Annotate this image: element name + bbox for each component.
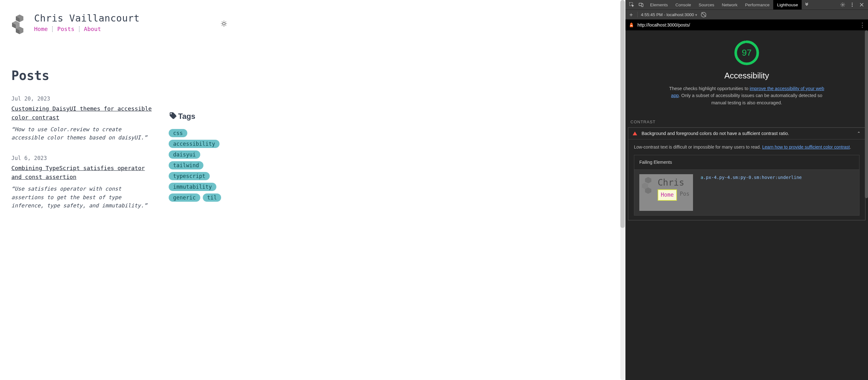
clear-report-icon[interactable] (701, 12, 706, 18)
more-tabs-icon[interactable] (802, 0, 811, 9)
svg-marker-19 (645, 177, 651, 183)
post-excerpt: “Use satisfies operator with const asser… (11, 185, 155, 210)
tags-heading-text: Tags (178, 112, 195, 121)
devtools-pane: ElementsConsoleSourcesNetworkPerformance… (625, 0, 868, 380)
tag-tailwind[interactable]: tailwind (169, 161, 204, 170)
svg-point-11 (852, 3, 853, 4)
failing-elements-heading: Failing Elements (634, 155, 859, 170)
tag-accessibility[interactable]: accessibility (169, 140, 219, 148)
devtools-tabbar: ElementsConsoleSourcesNetworkPerformance… (625, 0, 868, 9)
devtools-scrollbar[interactable] (865, 30, 868, 380)
svg-point-13 (852, 6, 853, 7)
devtools-tab-sources[interactable]: Sources (695, 0, 718, 9)
audit-item: Background and foreground colors do not … (628, 127, 866, 221)
audited-url: http://localhost:3000/posts/ (638, 23, 856, 28)
site-logo[interactable] (11, 11, 28, 40)
tag-daisyui[interactable]: daisyui (169, 150, 200, 159)
audit-group-label: CONTRAST (625, 114, 868, 127)
svg-rect-9 (642, 4, 643, 7)
nav-link-posts[interactable]: Posts (57, 26, 74, 32)
audit-toggle[interactable]: Background and foreground colors do not … (628, 128, 865, 139)
post-date: Jul 20, 2023 (11, 95, 155, 102)
lighthouse-url-bar: http://localhost:3000/posts/ ⋮ (625, 20, 868, 30)
nav-link-about[interactable]: About (84, 26, 101, 32)
post-item: Jul 20, 2023 Customizing DaisyUI themes … (11, 95, 155, 142)
settings-icon[interactable] (838, 0, 847, 9)
category-description: These checks highlight opportunities to … (664, 85, 829, 106)
tag-immutability[interactable]: immutability (169, 183, 216, 191)
learn-contrast-link[interactable]: Learn how to provide sufficient color co… (762, 144, 850, 149)
inspect-element-icon[interactable] (627, 0, 636, 9)
device-toolbar-icon[interactable] (637, 0, 646, 9)
post-date: Jul 6, 2023 (11, 155, 155, 161)
devtools-tab-network[interactable]: Network (718, 0, 741, 9)
tag-typescript[interactable]: typescript (169, 172, 210, 180)
snippet-title: Chris (658, 176, 684, 189)
kebab-menu-icon[interactable] (848, 0, 857, 9)
lighthouse-run-bar: ＋ 4:55:45 PM - localhost:3000▼ (625, 9, 868, 20)
page-scrollbar[interactable] (620, 0, 625, 380)
snippet-posts-text: Pos (680, 190, 689, 198)
theme-toggle-button[interactable] (220, 11, 227, 28)
lighthouse-logo-icon (628, 22, 634, 28)
audit-explanation: Low-contrast text is difficult or imposs… (634, 144, 860, 150)
devtools-tab-performance[interactable]: Performance (741, 0, 773, 9)
audit-title: Background and foreground colors do not … (642, 131, 852, 136)
snippet-home-highlight: Home (658, 189, 677, 201)
svg-rect-16 (630, 25, 632, 26)
devtools-tab-elements[interactable]: Elements (646, 0, 672, 9)
tags-sidebar: Tags cssaccessibilitydaisyuitailwindtype… (169, 68, 227, 223)
svg-point-6 (223, 23, 225, 25)
devtools-tab-console[interactable]: Console (672, 0, 695, 9)
devtools-tab-lighthouse[interactable]: Lighthouse (773, 0, 802, 9)
webpage-pane: Chris Vaillancourt Home Posts About (0, 0, 625, 380)
category-title: Accessibility (638, 71, 856, 81)
svg-point-10 (842, 4, 843, 5)
chevron-up-icon: ⌃ (857, 131, 861, 136)
post-title-link[interactable]: Combining TypeScript satisfies operator … (11, 164, 155, 181)
score-value: 97 (734, 40, 760, 66)
accessibility-score-gauge: 97 (734, 40, 760, 66)
site-header: Chris Vaillancourt Home Posts About (11, 11, 227, 40)
close-devtools-icon[interactable] (857, 0, 866, 9)
tag-generic[interactable]: generic (169, 194, 200, 202)
failing-selector[interactable]: a.px-4.py-4.sm:py-0.sm:hover:underline (701, 174, 802, 181)
post-title-link[interactable]: Customizing DaisyUI themes for accessibl… (11, 104, 155, 122)
svg-marker-14 (630, 23, 633, 25)
report-selector[interactable]: 4:55:45 PM - localhost:3000▼ (641, 12, 698, 17)
fail-triangle-icon (633, 131, 637, 135)
tag-til[interactable]: til (203, 194, 221, 202)
site-title[interactable]: Chris Vaillancourt (34, 13, 140, 24)
post-excerpt: “How to use Color.review to create acces… (11, 125, 155, 142)
page-title: Posts (11, 68, 155, 83)
report-menu-icon[interactable]: ⋮ (860, 22, 865, 28)
tags-icon (169, 111, 177, 121)
nav-link-home[interactable]: Home (34, 26, 48, 32)
post-item: Jul 6, 2023 Combining TypeScript satisfi… (11, 155, 155, 210)
failing-elements-panel: Failing Elements Chris Home Pos (634, 155, 860, 215)
nav-separator (52, 26, 53, 32)
site-nav: Home Posts About (34, 26, 140, 32)
svg-point-12 (852, 4, 853, 5)
nav-separator (79, 26, 80, 32)
element-screenshot[interactable]: Chris Home Pos (639, 174, 693, 211)
new-report-button[interactable]: ＋ (628, 11, 634, 18)
tag-css[interactable]: css (169, 129, 187, 137)
